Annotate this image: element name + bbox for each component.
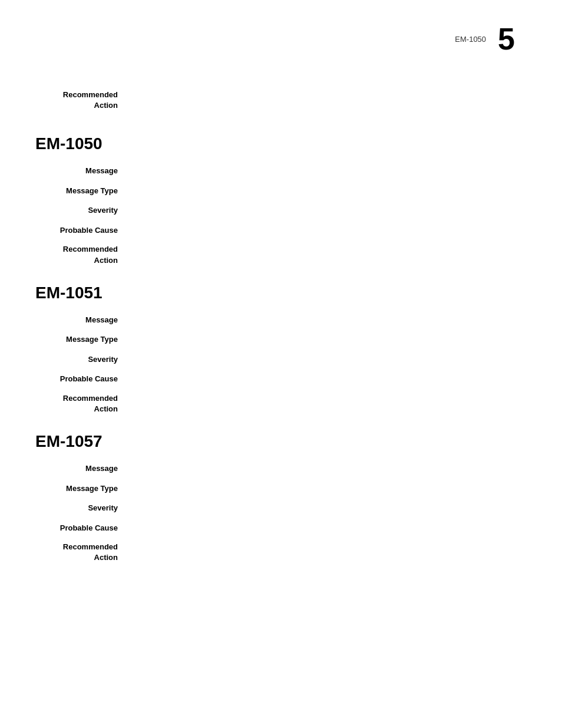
field-row-em-1050-4: RecommendedAction: [35, 244, 527, 265]
field-value-em-1057-4: [130, 542, 527, 563]
field-label-em-1051-2: Severity: [35, 354, 130, 365]
field-label-em-1051-1: Message Type: [35, 334, 130, 345]
field-value-em-1051-1: [130, 334, 527, 345]
header-code: EM-1050: [455, 35, 486, 44]
field-row-em-1057-1: Message Type: [35, 483, 527, 495]
field-value-em-1050-3: [130, 225, 527, 236]
field-label-em-1057-1: Message Type: [35, 483, 130, 495]
section-em-1057: EM-1057MessageMessage TypeSeverityProbab…: [35, 432, 527, 563]
intro-recommended-action-label: RecommendedAction: [35, 90, 130, 111]
field-row-em-1051-3: Probable Cause: [35, 373, 527, 385]
field-value-em-1051-4: [130, 393, 527, 414]
field-row-em-1057-0: Message: [35, 463, 527, 475]
field-row-em-1051-4: RecommendedAction: [35, 393, 527, 414]
field-value-em-1051-2: [130, 354, 527, 365]
field-label-em-1051-3: Probable Cause: [35, 373, 130, 385]
field-label-em-1050-3: Probable Cause: [35, 225, 130, 236]
field-label-em-1057-0: Message: [35, 463, 130, 475]
field-value-em-1051-3: [130, 373, 527, 385]
field-row-em-1050-3: Probable Cause: [35, 225, 527, 236]
field-value-em-1051-0: [130, 314, 527, 326]
field-label-em-1050-1: Message Type: [35, 185, 130, 197]
field-label-em-1057-2: Severity: [35, 502, 130, 514]
field-label-em-1051-0: Message: [35, 314, 130, 326]
field-row-em-1050-1: Message Type: [35, 185, 527, 197]
field-row-em-1057-4: RecommendedAction: [35, 542, 527, 563]
field-row-em-1057-3: Probable Cause: [35, 522, 527, 534]
field-value-em-1057-2: [130, 502, 527, 514]
field-row-em-1051-0: Message: [35, 314, 527, 326]
field-label-em-1050-0: Message: [35, 165, 130, 177]
field-value-em-1050-1: [130, 185, 527, 197]
field-row-em-1057-2: Severity: [35, 502, 527, 514]
section-title-em-1051: EM-1051: [35, 284, 527, 302]
field-value-em-1050-4: [130, 244, 527, 265]
field-value-em-1057-0: [130, 463, 527, 475]
page-number: 5: [498, 24, 515, 54]
section-em-1051: EM-1051MessageMessage TypeSeverityProbab…: [35, 284, 527, 414]
field-value-em-1057-3: [130, 522, 527, 534]
page-header: EM-1050 5: [35, 24, 527, 54]
field-row-em-1050-2: Severity: [35, 205, 527, 216]
field-label-em-1050-4: RecommendedAction: [35, 244, 130, 265]
field-label-em-1057-4: RecommendedAction: [35, 542, 130, 563]
field-row-em-1051-2: Severity: [35, 354, 527, 365]
section-em-1050: EM-1050MessageMessage TypeSeverityProbab…: [35, 134, 527, 265]
section-title-em-1057: EM-1057: [35, 432, 527, 451]
field-label-em-1057-3: Probable Cause: [35, 522, 130, 534]
intro-recommended-action-value: [130, 90, 527, 111]
field-value-em-1050-2: [130, 205, 527, 216]
field-label-em-1051-4: RecommendedAction: [35, 393, 130, 414]
section-title-em-1050: EM-1050: [35, 134, 527, 153]
field-row-em-1050-0: Message: [35, 165, 527, 177]
field-value-em-1057-1: [130, 483, 527, 495]
field-value-em-1050-0: [130, 165, 527, 177]
field-label-em-1050-2: Severity: [35, 205, 130, 216]
intro-section: RecommendedAction: [35, 90, 527, 111]
intro-recommended-action-row: RecommendedAction: [35, 90, 527, 111]
field-row-em-1051-1: Message Type: [35, 334, 527, 345]
sections-container: EM-1050MessageMessage TypeSeverityProbab…: [35, 134, 527, 563]
